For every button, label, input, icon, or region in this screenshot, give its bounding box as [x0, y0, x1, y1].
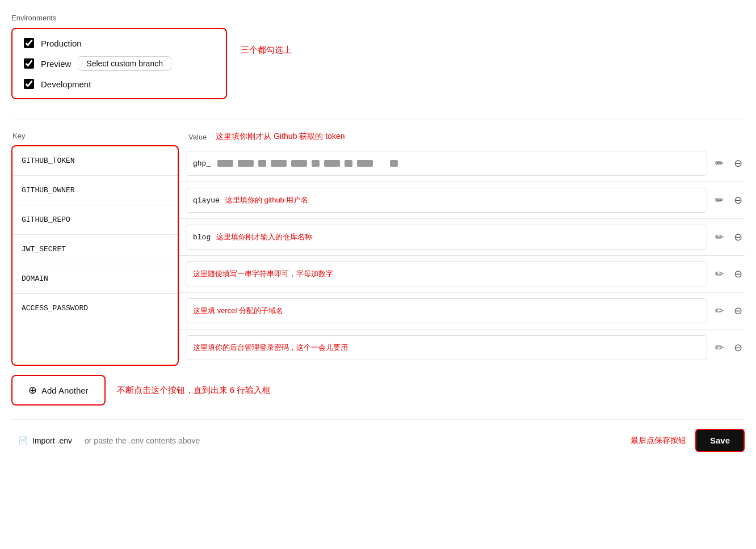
kv-value-header-annotation: 这里填你刚才从 Github 获取的 token — [216, 132, 345, 142]
env-label-production: Production — [41, 39, 82, 48]
kv-remove-btn-0[interactable]: ⊖ — [732, 155, 745, 172]
kv-section: Key Value 这里填你刚才从 Github 获取的 token GITHU… — [11, 132, 745, 366]
kv-edit-btn-4[interactable]: ✏ — [713, 302, 726, 319]
kv-key-2: GITHUB_REPO — [12, 205, 178, 235]
kv-value-row-2: blog 这里填你刚才输入的仓库名称 ✏ ⊖ — [179, 219, 745, 256]
kv-remove-btn-5[interactable]: ⊖ — [732, 339, 745, 356]
footer-or-text: or paste the .env contents above — [85, 436, 200, 445]
kv-key-4: DOMAIN — [12, 264, 178, 294]
add-another-label: Add Another — [41, 386, 89, 395]
save-button[interactable]: Save — [695, 429, 745, 452]
kv-value-row-4: 这里填 vercel 分配的子域名 ✏ ⊖ — [179, 293, 745, 330]
file-icon: 📄 — [18, 436, 28, 445]
kv-edit-btn-0[interactable]: ✏ — [713, 155, 726, 172]
add-another-button[interactable]: ⊕ Add Another — [11, 375, 106, 406]
kv-edit-btn-1[interactable]: ✏ — [713, 192, 726, 209]
kv-masked-0 — [216, 160, 399, 167]
environments-box: Production Preview Select custom branch … — [11, 28, 227, 99]
env-checkbox-production[interactable] — [24, 38, 34, 48]
add-another-annotation: 不断点击这个按钮，直到出来 6 行输入框 — [117, 385, 271, 396]
kv-value-input-2[interactable]: blog 这里填你刚才输入的仓库名称 — [186, 225, 707, 250]
kv-value-row-0: ghp_ ✏ ⊖ — [179, 145, 745, 182]
select-custom-branch-button[interactable]: Select custom branch — [78, 56, 171, 71]
environments-label: Environments — [11, 14, 745, 22]
kv-value-input-4[interactable]: 这里填 vercel 分配的子域名 — [186, 298, 707, 323]
divider-1 — [11, 120, 745, 120]
kv-value-input-5[interactable]: 这里填你的后台管理登录密码，这个一会儿要用 — [186, 335, 707, 360]
kv-edit-btn-5[interactable]: ✏ — [713, 339, 726, 356]
footer-bar: 📄 Import .env or paste the .env contents… — [11, 419, 745, 452]
kv-table: GITHUB_TOKEN GITHUB_OWNER GITHUB_REPO JW… — [11, 145, 745, 366]
kv-values-column: ghp_ ✏ ⊖ — [179, 145, 745, 366]
kv-headers: Key Value 这里填你刚才从 Github 获取的 token — [11, 132, 745, 142]
kv-remove-btn-2[interactable]: ⊖ — [732, 229, 745, 246]
environments-annotation: 三个都勾选上 — [241, 45, 292, 56]
kv-edit-btn-2[interactable]: ✏ — [713, 229, 726, 246]
kv-value-input-3[interactable]: 这里随便填写一串字符串即可，字母加数字 — [186, 261, 707, 286]
environments-section: Environments Production Preview Select c… — [11, 14, 745, 104]
kv-value-input-0[interactable]: ghp_ — [186, 151, 707, 176]
kv-remove-btn-3[interactable]: ⊖ — [732, 265, 745, 282]
kv-key-0: GITHUB_TOKEN — [12, 146, 178, 176]
env-checkbox-preview[interactable] — [24, 58, 34, 69]
kv-keys-column: GITHUB_TOKEN GITHUB_OWNER GITHUB_REPO JW… — [11, 145, 179, 366]
kv-remove-btn-1[interactable]: ⊖ — [732, 192, 745, 209]
import-env-button[interactable]: 📄 Import .env — [11, 432, 79, 450]
env-row-production: Production — [24, 38, 215, 48]
plus-icon: ⊕ — [28, 384, 37, 396]
kv-value-header: Value 这里填你刚才从 Github 获取的 token — [182, 132, 745, 142]
kv-value-row-5: 这里填你的后台管理登录密码，这个一会儿要用 ✏ ⊖ — [179, 330, 745, 366]
kv-key-5: ACCESS_PASSWORD — [12, 294, 178, 323]
kv-key-1: GITHUB_OWNER — [12, 176, 178, 205]
footer-left: 📄 Import .env or paste the .env contents… — [11, 432, 200, 450]
kv-edit-btn-3[interactable]: ✏ — [713, 265, 726, 282]
env-row-preview: Preview Select custom branch — [24, 56, 215, 71]
add-another-section: ⊕ Add Another 不断点击这个按钮，直到出来 6 行输入框 — [11, 375, 745, 406]
kv-value-row-3: 这里随便填写一串字符串即可，字母加数字 ✏ ⊖ — [179, 256, 745, 293]
kv-value-row-1: qiayue 这里填你的 github 用户名 ✏ ⊖ — [179, 182, 745, 219]
env-checkbox-development[interactable] — [24, 79, 34, 89]
footer-right: 最后点保存按钮 Save — [631, 429, 745, 452]
env-row-development: Development — [24, 79, 215, 89]
env-label-preview: Preview — [41, 59, 71, 69]
kv-key-3: JWT_SECRET — [12, 235, 178, 264]
kv-key-header: Key — [11, 132, 182, 142]
save-annotation: 最后点保存按钮 — [631, 436, 686, 446]
env-label-development: Development — [41, 79, 91, 89]
kv-value-input-1[interactable]: qiayue 这里填你的 github 用户名 — [186, 188, 707, 213]
import-env-label: Import .env — [32, 436, 72, 445]
kv-remove-btn-4[interactable]: ⊖ — [732, 302, 745, 319]
